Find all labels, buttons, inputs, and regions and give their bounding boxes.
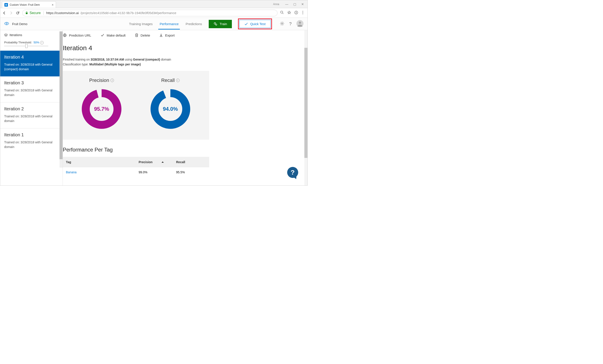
make-default-button[interactable]: Make default: [101, 33, 126, 37]
help-fab[interactable]: ?: [287, 167, 300, 179]
help-bubble-icon: ?: [287, 167, 298, 178]
svg-point-3: [280, 11, 283, 13]
checkmark-icon: [244, 22, 248, 26]
threshold-label: Probability Threshold:: [4, 41, 32, 44]
project-eye-icon: [4, 22, 9, 26]
layers-icon: [4, 34, 8, 36]
export-label: Export: [165, 33, 174, 37]
window-controls: Anna ― ▢ ✕: [273, 0, 307, 8]
delete-label: Delete: [141, 33, 150, 37]
iteration-subtitle: Trained on: 3/28/2018 with General (comp…: [4, 62, 59, 72]
user-avatar[interactable]: [296, 20, 303, 28]
bookmark-star-icon[interactable]: [287, 11, 291, 15]
url-path: /projects/ec4105dd-cdae-4132-9b7b-1940fe…: [81, 11, 176, 15]
browser-tab-title: Custom Vision: Fruit Dem: [10, 3, 40, 6]
iteration-subtitle: Trained on: 3/28/2018 with General domai…: [4, 88, 59, 97]
svg-point-1: [6, 5, 6, 5]
globe-icon: [63, 33, 67, 37]
svg-line-4: [283, 13, 283, 14]
table-row[interactable]: Banana 99.0% 95.5%: [63, 167, 209, 177]
gears-icon: [214, 22, 218, 26]
project-name[interactable]: Fruit Demo: [12, 22, 27, 26]
tab-predictions[interactable]: Predictions: [185, 18, 202, 30]
tag-name[interactable]: Banana: [66, 170, 139, 174]
settings-gear-icon[interactable]: [280, 21, 284, 27]
info-circle-icon[interactable]: [294, 11, 298, 15]
back-icon[interactable]: [2, 11, 6, 15]
slider-thumb[interactable]: [25, 44, 28, 48]
sidebar-scroll-thumb[interactable]: [59, 32, 63, 159]
col-recall[interactable]: Recall: [176, 160, 209, 164]
maximize-icon[interactable]: ▢: [292, 2, 297, 6]
trash-icon: [135, 33, 139, 37]
tab-close-icon[interactable]: ×: [52, 3, 54, 7]
precision-info-icon[interactable]: i: [110, 79, 114, 82]
svg-point-10: [6, 23, 7, 24]
iteration-title: Iteration 2: [4, 106, 59, 111]
train-label: Train: [220, 22, 227, 26]
tag-precision: 99.0%: [139, 170, 176, 174]
favicon-icon: [4, 3, 8, 7]
svg-point-15: [299, 22, 301, 24]
recall-metric: Recalli 94.0%: [150, 77, 191, 130]
performance-per-tag-heading: Performance Per Tag: [63, 147, 307, 153]
quick-test-highlight: Quick Test: [238, 19, 272, 29]
browser-tab[interactable]: Custom Vision: Fruit Dem ×: [2, 1, 56, 8]
omnibox-divider: [43, 11, 44, 15]
iterations-label: Iterations: [10, 33, 22, 37]
svg-point-8: [302, 12, 303, 13]
threshold-slider[interactable]: [4, 46, 48, 46]
delete-button[interactable]: Delete: [135, 33, 150, 37]
iteration-subtitle: Trained on: 3/28/2018 with General domai…: [4, 114, 59, 123]
minimize-icon[interactable]: ―: [285, 2, 289, 6]
help-icon[interactable]: ?: [289, 21, 291, 26]
finished-domain: General (compact): [133, 58, 160, 61]
svg-point-11: [214, 22, 216, 24]
iteration-heading: Iteration 4: [63, 44, 307, 52]
make-default-label: Make default: [107, 33, 126, 37]
main-scrollbar[interactable]: [304, 30, 307, 185]
reload-icon[interactable]: [16, 11, 20, 15]
sort-up-icon: [161, 161, 164, 163]
finished-prefix: Finished training on: [63, 58, 91, 61]
prediction-url-button[interactable]: Prediction URL: [63, 33, 91, 37]
threshold-value: 50%: [34, 41, 39, 44]
threshold-info-icon[interactable]: i: [40, 41, 44, 44]
iteration-subtitle: Trained on: 3/28/2018 with General domai…: [4, 140, 59, 149]
download-icon: [159, 33, 163, 37]
quick-test-button[interactable]: Quick Test: [239, 20, 271, 28]
precision-label: Precision: [89, 77, 109, 83]
iteration-item-2[interactable]: Iteration 2 Trained on: 3/28/2018 with G…: [0, 102, 63, 128]
precision-value: 95.7%: [81, 88, 123, 130]
browser-menu-icon[interactable]: [301, 11, 304, 15]
zoom-icon[interactable]: [280, 11, 284, 15]
precision-donut: 95.7%: [81, 88, 123, 130]
probability-threshold: Probability Threshold: 50% i: [0, 40, 63, 51]
iteration-action-bar: Prediction URL Make default Delete Expor…: [63, 30, 307, 40]
export-button[interactable]: Export: [159, 33, 174, 37]
browser-user-label: Anna: [273, 3, 279, 6]
close-window-icon[interactable]: ✕: [300, 2, 305, 6]
url-authority: https://customvision.ai: [46, 11, 79, 15]
recall-info-icon[interactable]: i: [176, 79, 180, 82]
svg-point-7: [302, 11, 303, 11]
address-bar[interactable]: Secure https://customvision.ai/projects/…: [22, 10, 278, 16]
col-precision[interactable]: Precision: [139, 160, 176, 164]
iteration-item-4[interactable]: Iteration 4 Trained on: 3/28/2018 with G…: [0, 51, 63, 77]
iteration-item-3[interactable]: Iteration 3 Trained on: 3/28/2018 with G…: [0, 77, 63, 102]
iteration-item-1[interactable]: Iteration 1 Trained on: 3/28/2018 with G…: [0, 128, 63, 154]
tab-training-images[interactable]: Training Images: [128, 18, 153, 30]
training-meta: Finished training on 3/28/2018, 10:37:04…: [63, 57, 307, 67]
col-tag[interactable]: Tag: [66, 160, 139, 164]
quick-test-label: Quick Test: [250, 22, 266, 26]
main-scroll-thumb[interactable]: [304, 48, 307, 158]
sidebar-scrollbar[interactable]: [59, 31, 63, 167]
metrics-card: Precisioni 95.7% Recalli: [63, 71, 209, 140]
prediction-url-label: Prediction URL: [69, 33, 91, 37]
tab-performance[interactable]: Performance: [159, 18, 179, 30]
lock-icon: [25, 11, 28, 14]
tag-recall: 95.5%: [176, 170, 209, 174]
main-content: Prediction URL Make default Delete Expor…: [63, 30, 307, 185]
train-button[interactable]: Train: [209, 20, 232, 28]
browser-toolbar: Secure https://customvision.ai/projects/…: [0, 8, 307, 18]
